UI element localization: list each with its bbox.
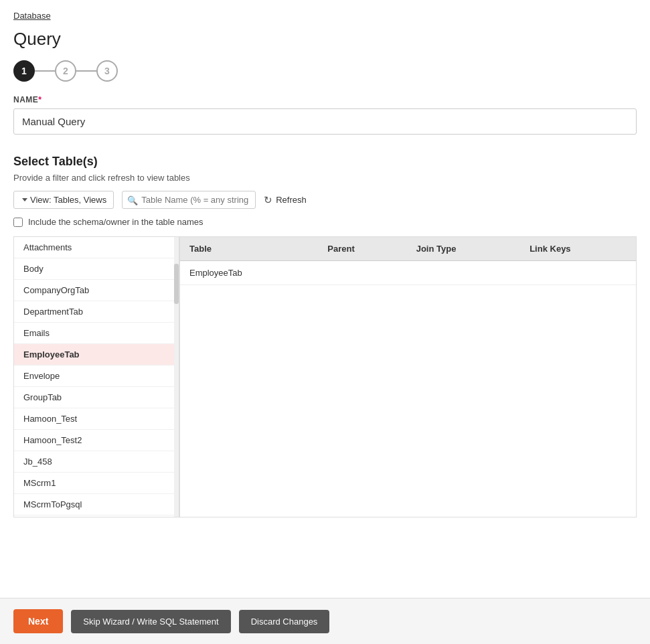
list-item[interactable]: Body — [14, 258, 174, 280]
table-list: Attachments Body CompanyOrgTab Departmen… — [13, 236, 174, 517]
discard-changes-button[interactable]: Discard Changes — [239, 610, 330, 633]
select-tables-heading: Select Table(s) — [0, 148, 650, 173]
refresh-button[interactable]: ↻ Refresh — [264, 194, 307, 206]
breadcrumb: Database — [0, 0, 650, 26]
list-item[interactable]: MScrm1 — [14, 473, 174, 494]
main-area: Attachments Body CompanyOrgTab Departmen… — [0, 236, 650, 517]
page-title: Query — [0, 26, 650, 58]
steps-row: 1 2 3 — [0, 58, 650, 95]
skip-wizard-button[interactable]: Skip Wizard / Write SQL Statement — [71, 610, 230, 633]
scrollbar-thumb — [174, 264, 179, 304]
col-parent: Parent — [318, 237, 406, 261]
col-link-keys: Link Keys — [520, 237, 636, 261]
search-input[interactable] — [122, 191, 256, 209]
cell-parent — [318, 261, 406, 285]
breadcrumb-link[interactable]: Database — [13, 11, 51, 21]
view-label: View: Tables, Views — [30, 195, 106, 205]
col-join-type: Join Type — [407, 237, 521, 261]
list-item[interactable]: DepartmentTab — [14, 301, 174, 323]
list-item[interactable]: MScrmToPosgress — [14, 515, 174, 517]
step-line-1 — [35, 70, 55, 72]
right-panel: Table Parent Join Type Link Keys Employe… — [179, 236, 637, 517]
filter-hint: Provide a filter and click refresh to vi… — [0, 173, 650, 191]
list-item[interactable]: Jb_458 — [14, 451, 174, 473]
cell-link-keys — [520, 261, 636, 285]
list-item[interactable]: MScrmToPgsql — [14, 494, 174, 515]
schema-checkbox[interactable] — [13, 218, 23, 227]
name-label: NAME* — [13, 95, 637, 104]
step-3: 3 — [96, 60, 118, 82]
col-table: Table — [180, 237, 318, 261]
table-row: EmployeeTab — [180, 261, 636, 285]
step-line-2 — [76, 70, 96, 72]
list-item-employee-tab[interactable]: EmployeeTab — [14, 344, 174, 366]
view-selector[interactable]: View: Tables, Views — [13, 191, 114, 209]
step-1: 1 — [13, 60, 35, 82]
list-item[interactable]: GroupTab — [14, 387, 174, 408]
name-section: NAME* — [0, 95, 650, 148]
refresh-icon: ↻ — [264, 194, 272, 206]
cell-table: EmployeeTab — [180, 261, 318, 285]
step-2: 2 — [55, 60, 76, 82]
toolbar: View: Tables, Views 🔍 ↻ Refresh — [0, 191, 650, 216]
list-item[interactable]: Attachments — [14, 237, 174, 258]
next-button[interactable]: Next — [13, 609, 63, 633]
name-input[interactable] — [13, 108, 637, 135]
list-item[interactable]: Hamoon_Test2 — [14, 430, 174, 451]
list-item[interactable]: Emails — [14, 323, 174, 344]
list-item[interactable]: Hamoon_Test — [14, 408, 174, 430]
schema-checkbox-label: Include the schema/owner in the table na… — [28, 217, 204, 227]
list-item[interactable]: Envelope — [14, 366, 174, 387]
cell-join-type — [407, 261, 521, 285]
selection-table: Table Parent Join Type Link Keys Employe… — [180, 237, 636, 285]
list-item[interactable]: CompanyOrgTab — [14, 280, 174, 301]
refresh-label: Refresh — [276, 195, 307, 205]
scrollbar-track[interactable] — [174, 236, 179, 517]
schema-checkbox-row: Include the schema/owner in the table na… — [0, 216, 650, 236]
search-wrapper: 🔍 — [122, 191, 256, 209]
chevron-down-icon — [22, 198, 27, 202]
search-icon: 🔍 — [127, 195, 138, 205]
footer: Next Skip Wizard / Write SQL Statement D… — [0, 598, 650, 644]
